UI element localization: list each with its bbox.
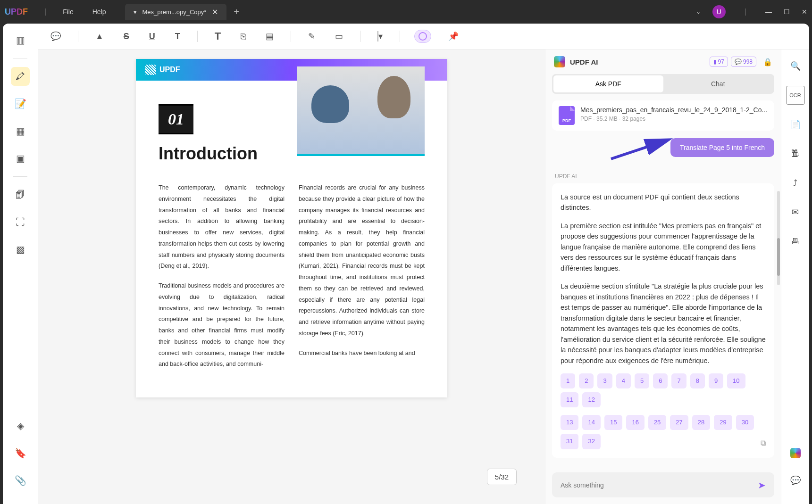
- crop-tool-icon[interactable]: ⛶: [11, 213, 30, 231]
- scroll-thumb[interactable]: [777, 238, 780, 276]
- sticky-note-icon[interactable]: ▤: [263, 28, 276, 44]
- print-icon[interactable]: 🖶: [786, 232, 805, 251]
- page-chip-row: 123456789101112: [561, 373, 766, 407]
- page-chip[interactable]: 25: [648, 415, 666, 430]
- edit-tool-icon[interactable]: 📝: [11, 94, 30, 113]
- attachment-icon[interactable]: 📎: [11, 471, 30, 490]
- page-indicator[interactable]: 5/32: [487, 469, 517, 485]
- pdf-file-icon: PDF: [559, 106, 575, 125]
- pin-tool-icon[interactable]: 📌: [445, 28, 461, 44]
- page-chip[interactable]: 9: [709, 373, 723, 388]
- page-tool-icon[interactable]: ▦: [11, 122, 30, 140]
- page-chip[interactable]: 32: [582, 434, 600, 449]
- organize-tool-icon[interactable]: 🗐: [11, 185, 30, 204]
- shape-color-swatch[interactable]: ▾: [375, 28, 385, 44]
- tab-ask-pdf[interactable]: Ask PDF: [553, 75, 663, 92]
- ai-response: La source est un document PDF qui contie…: [552, 183, 774, 458]
- minimize-icon[interactable]: —: [765, 8, 772, 16]
- ocr-icon[interactable]: OCR: [786, 86, 805, 105]
- callout-icon[interactable]: ⎘: [238, 29, 249, 44]
- layers-icon[interactable]: ◈: [11, 416, 30, 435]
- highlight-tool-icon[interactable]: 🖍: [11, 67, 30, 86]
- text-icon[interactable]: T: [172, 29, 183, 44]
- badge-icon: ▮: [713, 58, 717, 65]
- strikethrough-icon[interactable]: S: [121, 29, 132, 44]
- lock-icon[interactable]: 🔒: [763, 58, 772, 66]
- user-avatar[interactable]: U: [712, 5, 726, 18]
- document-tab[interactable]: ▾ Mes_prem...opy_Copy* ✕: [125, 4, 227, 20]
- document-viewport[interactable]: UPDF 01 Introduction The contemporary, d…: [38, 50, 545, 504]
- page-chip[interactable]: 8: [690, 373, 705, 388]
- page-chip[interactable]: 4: [616, 373, 631, 388]
- comment-tool-icon[interactable]: 💬: [48, 28, 64, 44]
- page-chip[interactable]: 7: [671, 373, 686, 388]
- chapter-number: 01: [159, 104, 193, 134]
- response-paragraph: La première section est intitulée "Mes p…: [561, 221, 766, 273]
- annotation-toolbar: 💬 ▲ S U T T ⎘ ▤ ✎ ▭ ▾ 📌: [38, 24, 809, 50]
- share-icon[interactable]: ⤴: [786, 174, 805, 192]
- page-chip[interactable]: 31: [561, 434, 578, 449]
- credits-badge[interactable]: ▮ 97: [710, 57, 728, 67]
- send-icon[interactable]: ➤: [758, 479, 766, 491]
- ai-source-label: UPDF AI: [552, 164, 774, 183]
- pdf-page: UPDF 01 Introduction The contemporary, d…: [136, 59, 447, 397]
- file-meta: PDF · 35.2 MB · 32 pages: [580, 116, 768, 122]
- eraser-icon[interactable]: ▭: [332, 28, 346, 44]
- file-name: Mes_premiers_pas_en_francais_revu_le_24_…: [580, 106, 768, 114]
- badge-value: 998: [743, 58, 753, 65]
- page-chip[interactable]: 28: [692, 415, 710, 430]
- new-tab-button[interactable]: +: [234, 7, 239, 17]
- brand-logo-icon: [145, 65, 156, 75]
- file-card[interactable]: PDF Mes_premiers_pas_en_francais_revu_le…: [552, 100, 774, 131]
- tab-title: Mes_prem...opy_Copy*: [142, 8, 207, 16]
- reader-mode-icon[interactable]: ▥: [11, 31, 30, 50]
- bookmark-icon[interactable]: 🔖: [11, 444, 30, 463]
- body-text: Commercial banks have been looking at an…: [299, 348, 425, 359]
- close-window-icon[interactable]: ✕: [802, 8, 807, 16]
- page-chip[interactable]: 12: [582, 392, 600, 407]
- menu-file[interactable]: File: [63, 8, 74, 16]
- chevron-down-icon[interactable]: ⌄: [696, 8, 701, 15]
- chat-icon[interactable]: 💬: [786, 471, 805, 490]
- ai-input[interactable]: [561, 481, 753, 489]
- messages-badge[interactable]: 💬 998: [731, 57, 756, 67]
- page-chip[interactable]: 3: [597, 373, 612, 388]
- ai-tabs: Ask PDF Chat: [552, 74, 774, 94]
- page-chip[interactable]: 11: [561, 392, 578, 407]
- page-chip[interactable]: 13: [561, 415, 578, 430]
- copy-icon[interactable]: ⧉: [761, 438, 766, 449]
- app-logo: UPDF: [5, 7, 28, 17]
- export-icon[interactable]: 📄: [786, 115, 805, 134]
- page-chip[interactable]: 27: [670, 415, 688, 430]
- translate-button[interactable]: Translate Page 5 into French: [670, 138, 774, 157]
- search-icon[interactable]: 🔍: [786, 57, 805, 75]
- page-chip[interactable]: 15: [604, 415, 622, 430]
- page-chip[interactable]: 14: [582, 415, 600, 430]
- email-icon[interactable]: ✉: [786, 203, 805, 222]
- maximize-icon[interactable]: ☐: [784, 8, 790, 16]
- menu-help[interactable]: Help: [92, 8, 106, 16]
- page-chip[interactable]: 10: [727, 373, 745, 388]
- textbox-icon[interactable]: T: [212, 27, 224, 45]
- tab-dropdown-icon[interactable]: ▾: [134, 8, 137, 16]
- page-chip[interactable]: 2: [579, 373, 594, 388]
- page-chip[interactable]: 1: [561, 373, 575, 388]
- page-chip[interactable]: 5: [635, 373, 649, 388]
- page-chip[interactable]: 30: [736, 415, 754, 430]
- highlight-icon[interactable]: ▲: [92, 29, 107, 44]
- redact-tool-icon[interactable]: ▩: [11, 240, 30, 259]
- ai-assistant-icon[interactable]: [786, 444, 805, 463]
- badge-icon: 💬: [735, 58, 742, 65]
- brand-name: UPDF: [159, 66, 180, 74]
- compress-icon[interactable]: 🗜: [786, 144, 805, 163]
- tab-chat[interactable]: Chat: [663, 75, 773, 92]
- stamp-tool-icon[interactable]: [414, 30, 431, 43]
- tab-close-icon[interactable]: ✕: [212, 8, 218, 17]
- page-chip[interactable]: 16: [626, 415, 644, 430]
- page-chip[interactable]: 6: [653, 373, 668, 388]
- form-tool-icon[interactable]: ▣: [11, 149, 30, 168]
- scrollbar[interactable]: [777, 191, 780, 285]
- pencil-icon[interactable]: ✎: [305, 28, 318, 44]
- underline-icon[interactable]: U: [146, 29, 158, 44]
- page-chip[interactable]: 29: [714, 415, 732, 430]
